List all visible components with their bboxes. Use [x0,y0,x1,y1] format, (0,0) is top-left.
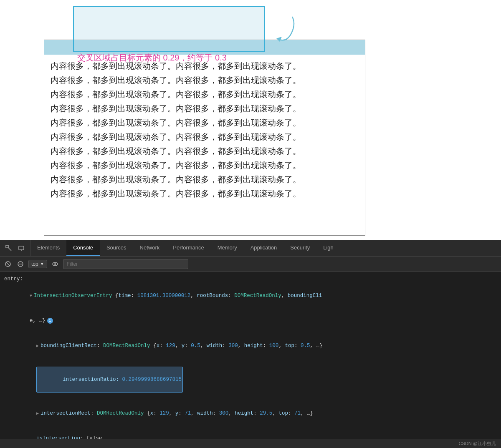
scroll-line: 内容很多，都多到出现滚动条了。内容很多，都多到出现滚动条了。 [51,144,359,158]
scroll-text-area: 内容很多，都多到出现滚动条了。内容很多，都多到出现滚动条了。内容很多，都多到出现… [44,55,365,205]
scroll-line: 内容很多，都多到出现滚动条了。内容很多，都多到出现滚动条了。 [51,172,359,186]
intersection-rect-expand-icon[interactable]: ▶ [36,411,39,416]
filter-input[interactable] [63,259,188,269]
scroll-line: 内容很多，都多到出现滚动条了。内容很多，都多到出现滚动条了。 [51,116,359,130]
svg-point-11 [54,263,56,265]
arrow-annotation [267,13,301,48]
observer-entry-line: ▼IntersectionObserverEntry {time: 108130… [4,283,497,308]
scroll-line: 内容很多，都多到出现滚动条了。内容很多，都多到出现滚动条了。 [51,73,359,87]
svg-line-7 [6,262,10,266]
credits-text: CSDN @江小虫儿 [459,440,496,447]
floating-box [73,6,265,52]
bounding-expand-icon[interactable]: ▶ [36,344,39,348]
scroll-line: 内容很多，都多到出现滚动条了。内容很多，都多到出现滚动条了。 [51,101,359,116]
browser-content-area: 内容很多，都多到出现滚动条了。内容很多，都多到出现滚动条了。内容很多，都多到出现… [0,0,501,240]
tab-lighthouse[interactable]: Ligh [316,240,340,256]
tab-memory[interactable]: Memory [211,240,244,256]
svg-line-2 [8,248,11,251]
device-icon[interactable] [17,244,26,253]
devtools-tabs-bar: Elements Console Sources Network Perform… [0,240,501,257]
annotation-label: 交叉区域占目标元素的 0.29，约等于 0.3 [77,52,227,63]
tab-security[interactable]: Security [283,240,316,256]
observer-entry-continuation: e, …}i [4,308,497,333]
eye-icon[interactable] [51,259,60,269]
scroll-container[interactable]: 内容很多，都多到出现滚动条了。内容很多，都多到出现滚动条了。内容很多，都多到出现… [44,40,365,236]
devtools-icon-buttons [0,240,30,256]
tab-sources[interactable]: Sources [100,240,133,256]
intersection-ratio-line: intersectionRatio: 0.29499998688697815 [4,358,497,401]
tab-performance[interactable]: Performance [166,240,210,256]
info-badge: i [47,318,53,324]
console-output[interactable]: entry: ▼IntersectionObserverEntry {time:… [0,272,501,439]
tab-console[interactable]: Console [66,240,100,256]
block-button[interactable] [16,259,25,269]
expand-icon[interactable]: ▼ [30,294,32,298]
devtools-toolbar: top ▼ [0,257,501,272]
intersection-rect-line: ▶intersectionRect: DOMRectReadOnly {x: 1… [4,401,497,426]
scroll-line: 内容很多，都多到出现滚动条了。内容很多，都多到出现滚动条了。 [51,158,359,172]
tab-elements[interactable]: Elements [30,240,66,256]
inspect-icon[interactable] [4,244,13,253]
bounding-client-rect-line: ▶boundingClientRect: DOMRectReadOnly {x:… [4,333,497,358]
devtools-statusbar: CSDN @江小虫儿 [0,439,501,448]
devtools-panel: Elements Console Sources Network Perform… [0,240,501,448]
svg-rect-1 [6,245,8,248]
tab-application[interactable]: Application [244,240,284,256]
dropdown-arrow-icon: ▼ [40,262,44,266]
svg-marker-0 [276,37,282,42]
tab-network[interactable]: Network [133,240,167,256]
scroll-line: 内容很多，都多到出现滚动条了。内容很多，都多到出现滚动条了。 [51,186,359,201]
context-selector[interactable]: top ▼ [28,260,47,268]
entry-label: entry: [4,275,497,283]
svg-rect-3 [19,246,24,250]
scroll-line: 内容很多，都多到出现滚动条了。内容很多，都多到出现滚动条了。 [51,130,359,144]
clear-console-button[interactable] [3,259,13,269]
is-intersecting-line: isIntersecting: false [4,426,497,439]
scroll-line: 内容很多，都多到出现滚动条了。内容很多，都多到出现滚动条了。 [51,87,359,101]
